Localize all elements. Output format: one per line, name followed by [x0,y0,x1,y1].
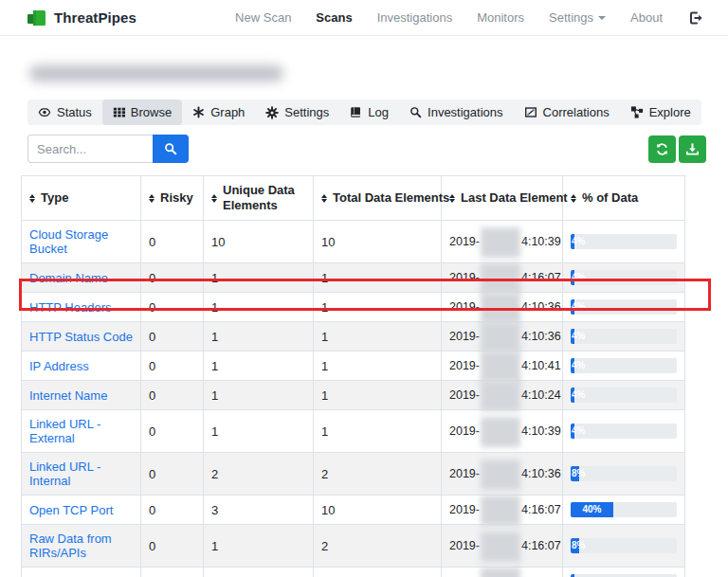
type-cell: Linked URL - External [22,410,141,453]
unique-cell: 1 [204,525,314,568]
data-percentage-bar: 8% [571,466,677,481]
type-cell: IP Address [22,352,141,381]
unique-cell: 1 [204,322,314,352]
nav-item-scans[interactable]: Scans [316,10,352,25]
tab-settings[interactable]: Settings [255,99,339,125]
type-cell: Open TCP Port [22,496,141,525]
refresh-button[interactable] [648,135,676,163]
type-link[interactable]: Cloud Storage Bucket [29,227,108,256]
pct-cell: 8% [563,525,685,568]
table-row: Linked URL - External 0 1 1 2019-4:10:39… [22,410,685,453]
last-data-cell: 2019-4:16:07 [442,496,563,525]
threatpipes-logo-icon [27,9,47,27]
tab-explore[interactable]: Explore [620,99,701,125]
total-cell: 1 [314,263,442,293]
search-input[interactable] [27,135,153,163]
pct-cell: 40% [563,496,685,525]
type-link[interactable]: IP Address [29,359,89,373]
redacted-date [481,381,520,411]
column-header-last[interactable]: Last Data Element [442,176,563,221]
tab-graph[interactable]: Graph [182,99,255,125]
column-header-total[interactable]: Total Data Elements [314,176,442,221]
type-link[interactable]: Linked URL - Internal [29,460,100,488]
unique-cell: 1 [204,352,314,381]
unique-cell: 3 [204,496,314,525]
search-button[interactable] [153,135,189,163]
pct-cell: 4% [563,293,685,322]
tab-correlations[interactable]: Correlations [514,99,620,125]
nav-item-settings[interactable]: Settings [549,10,606,25]
scan-results-table: Type Risky Unique Data Elements Total Da… [21,175,685,577]
top-navbar: ThreatPipes New Scan Scans Investigation… [0,0,728,36]
redacted-date [481,263,520,294]
column-header-pct[interactable]: % of Data [563,176,685,221]
pct-cell: 4% [563,322,685,352]
unique-cell: 1 [204,293,314,322]
type-link[interactable]: Internet Name [29,388,107,403]
redacted-date [481,227,520,258]
column-header-unique[interactable]: Unique Data Elements [204,176,314,221]
type-link[interactable]: Linked URL - External [29,417,100,445]
last-data-cell: 2019-4:10:24 [442,381,563,410]
last-data-cell: 2019-4:10:41 [442,352,563,381]
total-cell: 2 [314,453,442,496]
unique-cell: 1 [204,381,314,410]
total-cell: 1 [314,293,442,322]
pct-cell: 4% [563,381,685,410]
column-header-type[interactable]: Type [22,176,141,221]
last-data-cell: 2019-4:10:39 [442,410,563,453]
risky-cell: 0 [141,221,204,263]
tab-log[interactable]: Log [339,99,399,125]
download-button[interactable] [679,135,706,163]
column-header-risky[interactable]: Risky [141,176,204,221]
magnifier-icon [410,106,422,118]
redacted-date [481,293,520,323]
type-cell: HTTP Status Code [22,322,141,352]
risky-cell: 0 [141,293,204,322]
unique-cell: 2 [204,453,314,496]
logout-button[interactable] [687,10,703,26]
risky-cell: 0 [141,322,204,352]
data-percentage-bar: 4% [571,270,677,285]
type-link[interactable]: HTTP Status Code [29,330,133,344]
type-link[interactable]: Raw Data from RIRs/APIs [29,532,112,560]
main-navigation: New Scan Scans Investigations Monitors S… [235,10,703,26]
last-data-cell: 2019-4:10:36 [442,293,563,322]
nav-item-about[interactable]: About [630,10,663,25]
risky-cell: 0 [141,453,204,496]
eye-icon [38,106,51,118]
table-toolbar [27,135,706,163]
nav-item-monitors[interactable]: Monitors [477,10,524,25]
type-link[interactable]: HTTP Headers [29,300,111,315]
sort-icon [149,194,155,203]
risky-cell: 0 [141,352,204,381]
pct-cell: 4% [563,221,685,263]
unique-cell: 1 [204,410,314,453]
correlations-icon [524,106,537,118]
explore-icon [630,106,644,118]
last-data-cell: 2019-4:16:07 [442,525,563,568]
pct-cell: 4% [563,352,685,381]
tab-status[interactable]: Status [27,99,102,125]
table-row: HTTP Status Code 0 1 1 2019-4:10:36 4% [22,322,685,352]
refresh-icon [655,142,669,156]
total-cell: 1 [314,381,442,410]
tab-investigations[interactable]: Investigations [399,99,514,125]
nav-item-investigations[interactable]: Investigations [377,10,453,25]
type-link[interactable]: Domain Name [29,271,108,285]
total-cell: 1 [314,322,442,352]
type-link[interactable]: Open TCP Port [29,503,113,517]
risky-cell: 0 [141,410,204,453]
nav-item-new-scan[interactable]: New Scan [235,10,291,25]
tab-browse[interactable]: Browse [102,99,182,125]
type-cell: Raw Data from RIRs/APIs [22,525,141,568]
last-data-cell: 2019-4:10:36 [442,322,563,352]
data-percentage-bar: 4% [571,234,677,249]
total-cell: 1 [314,352,442,381]
table-row: Open TCP Port 0 3 10 2019-4:16:07 40% [22,496,685,525]
pct-cell: 4% [563,263,685,293]
pct-cell: 8% [563,453,685,496]
data-percentage-bar: 4% [571,329,677,344]
type-cell: Cloud Storage Bucket [22,221,141,263]
brand-logo[interactable]: ThreatPipes [27,9,136,27]
